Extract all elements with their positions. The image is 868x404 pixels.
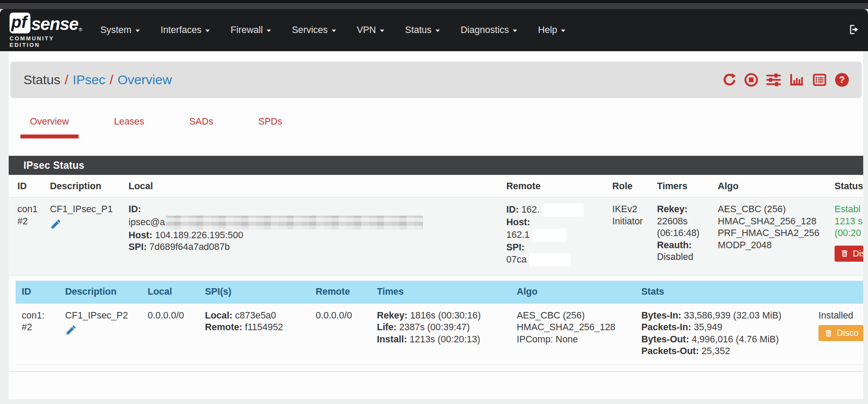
menu-item-interfaces[interactable]: Interfaces: [150, 20, 220, 41]
edit-pencil-icon[interactable]: [65, 324, 142, 339]
menu-item-help[interactable]: Help: [528, 20, 576, 41]
page-content: Status/IPsec/Overview ? Overview: [9, 51, 863, 399]
caret-down-icon: [267, 30, 271, 32]
col-times: Times: [371, 281, 511, 303]
edit-pencil-icon[interactable]: [50, 218, 120, 233]
col-id: ID: [9, 175, 41, 197]
ipsec-status-table: ID Description Local Remote Role Timers …: [9, 175, 863, 371]
installed-state: Installed: [818, 310, 863, 322]
logo-row: pf sense ®: [10, 13, 81, 33]
caret-down-icon: [561, 30, 565, 32]
description-text: CF1_IPsec_P2: [65, 310, 142, 322]
pfsense-logo[interactable]: pf sense ® COMMUNITY EDITION: [10, 13, 81, 48]
cell-spis: Local: c873e5a0 Remote: f1154952: [199, 303, 310, 365]
child-sa-wrapper: ID Description Local SPI(s) Remote Times…: [9, 276, 863, 371]
caret-down-icon: [513, 30, 517, 32]
menu-item-status[interactable]: Status: [395, 20, 450, 41]
window-top-edge: [0, 0, 868, 3]
help-icon[interactable]: ?: [835, 72, 849, 87]
panel-title: IPsec Status: [9, 156, 863, 175]
ipsec-status-panel: IPsec Status ID Description Local Remote…: [9, 156, 863, 372]
caret-down-icon: [436, 30, 440, 32]
breadcrumb-link-overview[interactable]: Overview: [118, 72, 172, 87]
breadcrumb-link-ipsec[interactable]: IPsec: [73, 72, 105, 87]
redacted-text: [166, 216, 423, 230]
cell-times: Rekey: 1816s (00:30:16) Life: 2387s (00:…: [371, 303, 511, 365]
tab-overview[interactable]: Overview: [20, 110, 79, 138]
cell-state-actions: Installed Disco: [812, 303, 863, 365]
cell-remote: 0.0.0.0/0: [310, 303, 371, 365]
cell-description: CF1_IPsec_P1: [41, 197, 120, 276]
col-algo: Algo: [511, 281, 635, 303]
child-sa-table: ID Description Local SPI(s) Remote Times…: [16, 281, 863, 365]
menu-item-services[interactable]: Services: [281, 20, 346, 41]
ike-sa-row: con1 #2 CF1_IPsec_P1 ID: ipsec@a Host: 1…: [9, 197, 863, 276]
stop-icon[interactable]: [744, 72, 759, 87]
caret-down-icon: [205, 30, 210, 32]
logo-registered-mark: ®: [79, 27, 82, 33]
breadcrumb-toolbar: ?: [722, 72, 849, 87]
cell-local: 0.0.0.0/0: [142, 303, 199, 365]
redacted-text: [529, 253, 571, 266]
cell-algo: AES_CBC (256) HMAC_SHA2_256_128 IPComp: …: [511, 303, 635, 365]
breadcrumb-separator: /: [65, 72, 68, 87]
breadcrumb: Status/IPsec/Overview: [23, 72, 172, 87]
sliders-icon[interactable]: [766, 72, 782, 87]
col-role: Role: [604, 175, 648, 197]
col-algo: Algo: [709, 175, 826, 197]
menu-item-firewall[interactable]: Firewall: [220, 20, 281, 41]
main-menu: System Interfaces Firewall Services VPN …: [90, 20, 576, 41]
caret-down-icon: [332, 30, 336, 32]
navbar: pf sense ® COMMUNITY EDITION System Inte…: [0, 9, 868, 51]
cell-description: CF1_IPsec_P2: [59, 303, 142, 365]
breadcrumb-separator: /: [109, 72, 113, 87]
svg-text:?: ?: [839, 74, 845, 85]
list-icon[interactable]: [812, 72, 828, 87]
sign-out-icon[interactable]: [848, 23, 860, 37]
breadcrumb-bar: Status/IPsec/Overview ?: [10, 62, 861, 98]
menu-item-vpn[interactable]: VPN: [347, 20, 395, 41]
logo-pf-badge: pf: [10, 13, 30, 33]
redacted-text: [532, 229, 567, 242]
caret-down-icon: [380, 30, 384, 32]
col-local: Local: [142, 281, 199, 303]
col-local: Local: [120, 175, 498, 197]
redacted-text: [542, 204, 584, 217]
cell-timers: Rekey: 22608s (06:16:48) Reauth: Disable…: [648, 197, 709, 276]
col-status: Status: [826, 175, 863, 197]
col-actions: [812, 281, 863, 303]
cell-algo: AES_CBC (256) HMAC_SHA2_256_128 PRF_HMAC…: [709, 197, 826, 276]
child-sa-row: con1: #2 CF1_IPsec_P2: [16, 303, 863, 365]
col-timers: Timers: [648, 175, 709, 197]
bar-chart-icon[interactable]: [789, 72, 805, 87]
cell-local: ID: ipsec@a Host: 104.189.226.195:500 SP…: [120, 197, 498, 276]
top-strip: [0, 3, 868, 9]
cell-status: Establ 1213 s (00:20 Dis: [826, 197, 863, 276]
trash-icon: [824, 329, 833, 338]
child-header-row: ID Description Local SPI(s) Remote Times…: [16, 281, 863, 303]
description-text: CF1_IPsec_P1: [50, 204, 120, 216]
cell-remote: ID: 162. Host: 162.1 SPI: 07ca: [498, 197, 604, 276]
tab-bar: Overview Leases SADs SPDs: [20, 110, 863, 138]
tab-sads[interactable]: SADs: [180, 110, 223, 138]
caret-down-icon: [135, 30, 140, 32]
child-sa-section: ID Description Local SPI(s) Remote Times…: [9, 276, 863, 371]
cell-id: con1 #2: [9, 197, 41, 276]
col-description: Description: [41, 175, 120, 197]
menu-item-system[interactable]: System: [90, 20, 150, 41]
logo-sense-text: sense: [31, 14, 78, 33]
col-id: ID: [16, 281, 59, 303]
logo-edition-text: COMMUNITY EDITION: [10, 35, 81, 48]
disconnect-button[interactable]: Dis: [835, 246, 863, 262]
breadcrumb-root: Status: [23, 72, 60, 87]
tab-spds[interactable]: SPDs: [249, 110, 292, 138]
col-remote: Remote: [310, 281, 371, 303]
cell-stats: Bytes-In: 33,586,939 (32.03 MiB) Packets…: [635, 303, 812, 365]
menu-item-diagnostics[interactable]: Diagnostics: [450, 20, 528, 41]
trash-icon: [840, 249, 849, 258]
disconnect-child-button[interactable]: Disco: [818, 325, 863, 341]
col-remote: Remote: [498, 175, 604, 197]
col-stats: Stats: [635, 281, 812, 303]
tab-leases[interactable]: Leases: [105, 110, 154, 138]
refresh-icon[interactable]: [722, 72, 737, 87]
